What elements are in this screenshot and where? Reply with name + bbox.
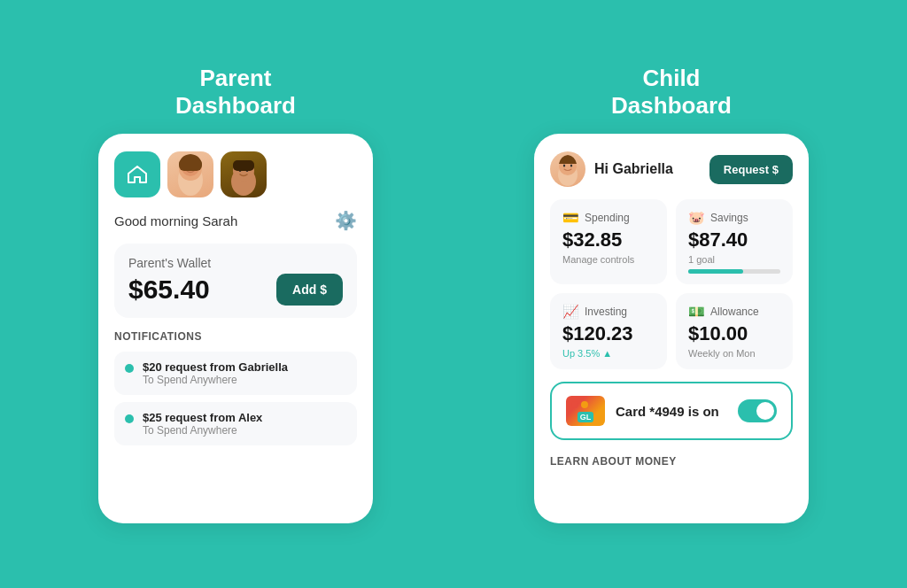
- card-row[interactable]: GL Card *4949 is on: [550, 382, 793, 440]
- spending-label: Spending: [585, 212, 630, 224]
- gear-icon[interactable]: ⚙️: [335, 210, 357, 231]
- stat-card-spending[interactable]: 💳 Spending $32.85 Manage controls: [550, 199, 667, 284]
- investing-amount: $120.23: [562, 322, 655, 345]
- greeting-text: Good morning Sarah: [114, 213, 237, 228]
- stat-top-allowance: 💵 Allowance: [688, 304, 780, 320]
- card-visual: GL: [566, 396, 605, 426]
- child-phone-card: Hi Gabriella Request $ 💳 Spending $32.85…: [534, 134, 809, 523]
- stat-card-savings[interactable]: 🐷 Savings $87.40 1 goal: [676, 199, 793, 284]
- notification-dot-2: [125, 414, 134, 423]
- stat-card-investing[interactable]: 📈 Investing $120.23 Up 3.5% ▲: [550, 293, 667, 369]
- savings-label: Savings: [710, 212, 748, 224]
- stats-grid: 💳 Spending $32.85 Manage controls 🐷 Savi…: [550, 199, 793, 369]
- investing-label: Investing: [585, 306, 627, 318]
- home-icon: [125, 162, 150, 187]
- notifications-section: NOTIFICATIONS $20 request from Gabriella…: [114, 330, 357, 445]
- investing-icon: 📈: [562, 304, 579, 320]
- greeting-row: Good morning Sarah ⚙️: [114, 210, 357, 231]
- child-dashboard-title: Child Dashboard: [611, 65, 732, 120]
- stat-top-spending: 💳 Spending: [562, 210, 655, 226]
- notification-dot-1: [125, 364, 134, 373]
- stat-card-allowance[interactable]: 💵 Allowance $10.00 Weekly on Mon: [676, 293, 793, 369]
- allowance-icon: 💵: [688, 304, 705, 320]
- allowance-label: Allowance: [710, 306, 759, 318]
- svg-point-14: [563, 165, 565, 167]
- parent-dashboard-title: Parent Dashboard: [175, 65, 296, 120]
- savings-progress-fill: [688, 269, 743, 274]
- request-money-button[interactable]: Request $: [709, 155, 793, 184]
- wallet-row: $65.40 Add $: [128, 274, 343, 306]
- toggle-knob: [756, 402, 774, 420]
- notification-title-2: $25 request from Alex: [143, 411, 262, 424]
- card-text: Card *4949 is on: [616, 404, 727, 419]
- child-greeting-text: Hi Gabriella: [594, 161, 673, 177]
- spending-amount: $32.85: [562, 228, 655, 251]
- child-avatar: [550, 151, 585, 187]
- notification-content-2: $25 request from Alex To Spend Anywhere: [143, 411, 262, 437]
- card-initials: GL: [578, 412, 594, 422]
- learn-money-section: LEARN ABOUT MONEY: [550, 453, 793, 468]
- stat-top-savings: 🐷 Savings: [688, 210, 780, 226]
- card-toggle[interactable]: [738, 399, 777, 422]
- child-top-row: Hi Gabriella Request $: [550, 151, 793, 187]
- investing-sub: Up 3.5% ▲: [562, 348, 655, 359]
- spending-sub: Manage controls: [562, 254, 655, 265]
- allowance-amount: $10.00: [688, 322, 780, 345]
- parent-top-row: [114, 151, 357, 197]
- card-dot-orange: [581, 401, 588, 408]
- svg-rect-11: [233, 160, 254, 171]
- notification-content-1: $20 request from Gabriella To Spend Anyw…: [143, 360, 288, 386]
- savings-icon: 🐷: [688, 210, 705, 226]
- avatar-boy[interactable]: [221, 151, 267, 197]
- child-dashboard-section: Child Dashboard: [471, 65, 872, 523]
- parent-dashboard-section: Parent Dashboard: [35, 65, 436, 523]
- spending-icon: 💳: [562, 210, 579, 226]
- add-money-button[interactable]: Add $: [276, 274, 343, 306]
- notification-item-2[interactable]: $25 request from Alex To Spend Anywhere: [114, 402, 357, 445]
- savings-progress-container: [688, 269, 780, 274]
- svg-point-15: [570, 165, 572, 167]
- notification-item-1[interactable]: $20 request from Gabriella To Spend Anyw…: [114, 352, 357, 395]
- savings-amount: $87.40: [688, 228, 780, 251]
- allowance-sub: Weekly on Mon: [688, 348, 780, 359]
- home-icon-box[interactable]: [114, 151, 160, 197]
- avatar-girl[interactable]: [167, 151, 213, 197]
- child-greeting-group: Hi Gabriella: [550, 151, 673, 187]
- savings-sub: 1 goal: [688, 254, 780, 265]
- card-dot-red: [571, 401, 578, 408]
- notification-title-1: $20 request from Gabriella: [143, 360, 288, 374]
- notifications-label: NOTIFICATIONS: [114, 330, 357, 343]
- parent-phone-card: Good morning Sarah ⚙️ Parent's Wallet $6…: [98, 134, 373, 523]
- wallet-card: Parent's Wallet $65.40 Add $: [114, 244, 357, 318]
- card-dots: [571, 401, 588, 408]
- wallet-amount: $65.40: [128, 275, 210, 305]
- stat-top-investing: 📈 Investing: [562, 304, 655, 320]
- learn-label: LEARN ABOUT MONEY: [550, 455, 677, 468]
- main-container: Parent Dashboard: [0, 47, 907, 541]
- notification-sub-2: To Spend Anywhere: [143, 424, 262, 437]
- wallet-label: Parent's Wallet: [128, 256, 343, 270]
- notification-sub-1: To Spend Anywhere: [143, 374, 288, 386]
